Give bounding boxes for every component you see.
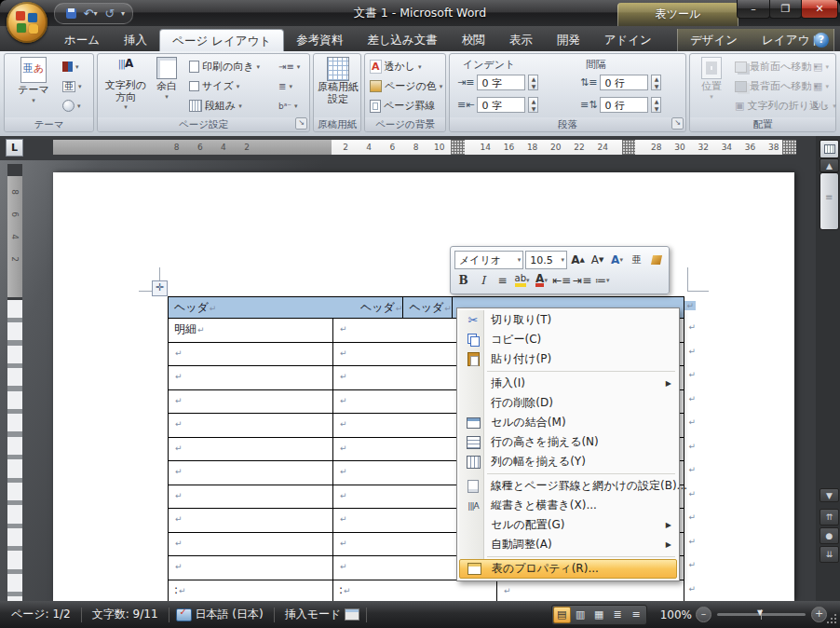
genko-settings-button[interactable]: 原稿用紙設定 <box>316 57 360 105</box>
table-cell[interactable]: ↵ <box>169 533 333 556</box>
menu-item[interactable]: 挿入(I) ▶ <box>459 374 677 393</box>
table-cell[interactable]: ↵ <box>169 343 333 366</box>
columns-button[interactable]: 段組み▾ <box>189 97 242 115</box>
ribbon-tab[interactable]: 参考資料 <box>284 29 355 51</box>
theme-colors-button[interactable]: ▾ <box>62 58 79 75</box>
menu-item[interactable]: 貼り付け(P) <box>459 349 677 369</box>
menu-item[interactable]: 切り取り(T) <box>459 310 677 330</box>
indent-left-field[interactable]: 0 字 <box>477 75 525 90</box>
spacing-before-spinner[interactable]: ▲▼ <box>651 75 661 90</box>
page-borders-button[interactable]: ページ罫線 <box>370 97 436 115</box>
orientation-button[interactable]: 印刷の向き▾ <box>189 58 260 75</box>
breaks-button[interactable]: ⇥≡▾ <box>278 58 300 75</box>
insert-mode-indicator[interactable]: 挿入モード <box>281 607 345 622</box>
next-page-button[interactable]: ⇊ <box>820 546 839 563</box>
indent-right-spinner[interactable]: ▲▼ <box>528 97 538 113</box>
menu-item[interactable]: セルの配置(G) ▶ <box>459 515 677 535</box>
group-objects-button[interactable]: ▦▾ <box>813 77 829 95</box>
menu-item[interactable]: 行の削除(D) <box>459 393 677 413</box>
scrollbar-thumb[interactable] <box>820 172 839 230</box>
qat-customize-button[interactable]: ▾ <box>121 9 125 18</box>
spacing-before-field[interactable]: 0 行 <box>600 75 648 90</box>
theme-fonts-button[interactable]: 亜▾ <box>62 77 82 95</box>
ribbon-tab[interactable]: 開発 <box>545 29 592 51</box>
italic-button[interactable]: I <box>474 271 492 290</box>
position-button[interactable]: 位置▾ <box>694 57 729 101</box>
send-to-back-button[interactable]: 最背面へ移動▾ <box>735 77 818 95</box>
text-direction-button[interactable]: |||A 文字列の方向▾ <box>103 57 148 111</box>
table-cell[interactable]: :↵ <box>333 580 497 602</box>
zoom-out-button[interactable]: – <box>696 607 711 622</box>
table-cell[interactable]: ↵ <box>169 485 333 509</box>
zoom-level-label[interactable]: 100% <box>657 608 696 621</box>
page-color-button[interactable]: ページの色▾ <box>370 77 442 95</box>
font-color-button[interactable]: A▾ <box>533 271 550 290</box>
ribbon-tab[interactable]: 挿入 <box>112 29 159 51</box>
menu-item[interactable]: 表のプロパティ(R)... <box>459 559 677 579</box>
ribbon-tab[interactable]: ホーム <box>52 29 112 51</box>
restore-button[interactable]: ❐ <box>769 0 802 19</box>
ribbon-tab[interactable]: 表示 <box>497 29 545 51</box>
page-setup-dialog-launcher[interactable]: ↘ <box>295 117 307 130</box>
theme-effects-button[interactable]: ▾ <box>62 97 81 115</box>
table-cell[interactable]: ↵ <box>169 414 333 437</box>
quick-styles-button[interactable]: A▾ <box>608 251 626 269</box>
table-cell[interactable]: ↵ <box>169 366 333 389</box>
fullscreen-reading-view-button[interactable]: ▥ <box>572 607 589 623</box>
table-cell[interactable]: :↵ <box>169 580 333 602</box>
zoom-in-button[interactable]: + <box>811 607 827 622</box>
table-header-cell[interactable]: ヘッダ↵ <box>169 297 355 318</box>
print-layout-view-button[interactable]: ▤ <box>553 607 571 623</box>
ruler-column-marker[interactable] <box>782 140 796 155</box>
macro-record-icon[interactable] <box>345 608 359 621</box>
ribbon-tab[interactable]: アドイン <box>592 29 664 51</box>
menu-item[interactable]: 縦書きと横書き(X)... <box>459 496 677 515</box>
save-button[interactable] <box>62 6 79 21</box>
indent-right-field[interactable]: 0 字 <box>477 97 525 113</box>
help-button[interactable]: ? <box>814 33 829 48</box>
decrease-indent-button[interactable]: ⇤≡ <box>552 271 571 290</box>
margins-button[interactable]: 余白▾ <box>150 57 183 101</box>
undo-button[interactable]: ↶▾ <box>82 6 99 21</box>
table-cell[interactable]: ↵ <box>169 556 333 580</box>
bold-button[interactable]: B <box>454 271 472 290</box>
table-header-cell[interactable]: ヘッダ↵ <box>355 297 403 318</box>
minimize-button[interactable]: – <box>737 0 770 19</box>
themes-button[interactable]: 亜あ テーマ▾ <box>12 57 55 104</box>
bullets-button[interactable]: ≔▾ <box>593 271 611 290</box>
size-button[interactable]: サイズ▾ <box>189 77 239 95</box>
menu-item[interactable]: 行の高さを揃える(N) <box>459 432 677 452</box>
table-cell[interactable]: ↵ <box>169 438 333 461</box>
spacing-after-field[interactable]: 0 行 <box>600 97 648 113</box>
office-button[interactable] <box>7 2 47 43</box>
contextual-ribbon-tab[interactable]: デザイン <box>678 29 750 51</box>
grow-font-button[interactable]: A▲ <box>569 251 587 269</box>
table-cell[interactable]: ↵ <box>169 390 333 414</box>
ribbon-tab[interactable]: ページ レイアウト <box>159 29 284 51</box>
page-indicator[interactable]: ページ: 1/2 <box>7 607 75 622</box>
tab-stop-selector[interactable]: L <box>6 139 23 157</box>
table-cell[interactable]: ↵ <box>497 580 684 602</box>
highlight-button[interactable]: ab▾ <box>513 271 531 290</box>
menu-item[interactable]: 列の幅を揃える(Y) <box>459 452 677 471</box>
ruler-column-marker[interactable] <box>622 140 636 155</box>
table-cell[interactable]: ↵ <box>169 509 333 532</box>
format-painter-button[interactable] <box>647 251 665 269</box>
line-numbers-button[interactable]: ≣▾ <box>278 77 292 95</box>
font-size-combobox[interactable]: 10.5▾ <box>525 251 567 269</box>
outline-view-button[interactable]: ≣ <box>609 607 627 623</box>
ruby-button[interactable]: 亜 <box>628 251 645 269</box>
ribbon-tab[interactable]: 校閲 <box>450 29 497 51</box>
word-count-indicator[interactable]: 文字数: 9/11 <box>88 607 162 622</box>
indent-left-spinner[interactable]: ▲▼ <box>528 75 538 90</box>
ruler-toggle-button[interactable] <box>820 140 839 158</box>
menu-item[interactable]: コピー(C) <box>459 330 677 349</box>
watermark-button[interactable]: A透かし▾ <box>370 58 422 75</box>
rotate-button[interactable]: ↻▾ <box>813 97 828 115</box>
menu-item[interactable]: 自動調整(A) ▶ <box>459 535 677 554</box>
scroll-up-button[interactable]: ▲ <box>820 158 839 172</box>
table-move-handle[interactable]: ✛ <box>152 280 168 296</box>
table-cell[interactable]: 明細↵ <box>169 319 333 342</box>
table-cell[interactable]: ↵ <box>169 461 333 485</box>
zoom-slider-handle[interactable]: ▼ <box>757 608 763 617</box>
